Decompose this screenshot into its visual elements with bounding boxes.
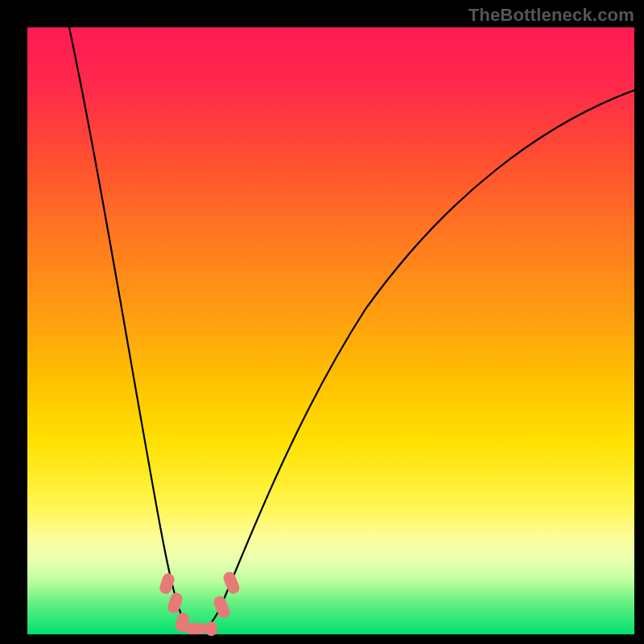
bottleneck-curve — [27, 27, 634, 634]
marker-dot — [185, 623, 206, 634]
chart-plot-area — [27, 27, 634, 634]
attribution-text: TheBottleneck.com — [469, 5, 634, 26]
